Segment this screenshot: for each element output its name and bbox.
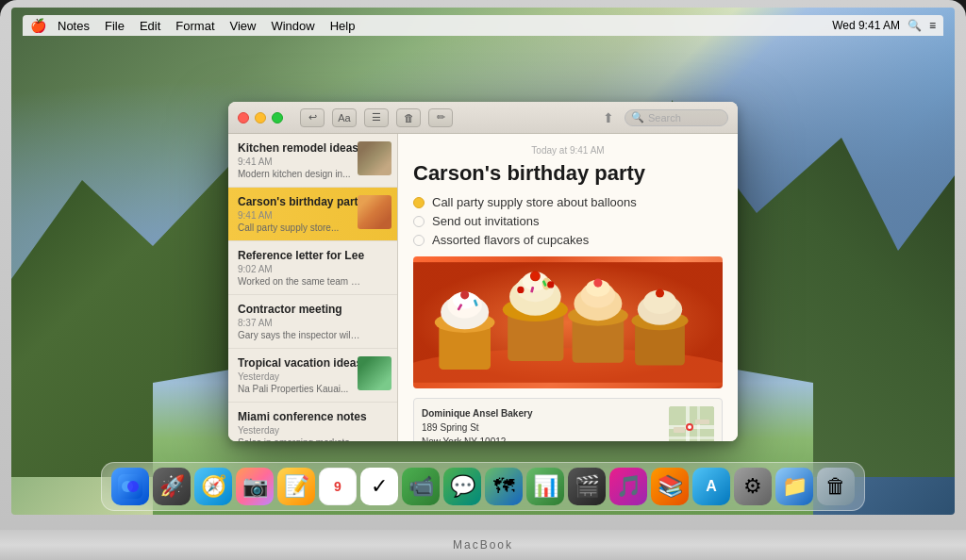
note-title: Carson's birthday party: [413, 161, 723, 186]
list-icon[interactable]: ≡: [929, 19, 936, 32]
svg-point-33: [531, 272, 540, 280]
svg-point-26: [656, 288, 664, 297]
menu-edit[interactable]: Edit: [140, 19, 160, 33]
minimize-button[interactable]: [255, 112, 266, 124]
dock-folder[interactable]: 📁: [775, 468, 813, 505]
menubar-right: Wed 9:41 AM 🔍 ≡: [832, 19, 936, 32]
macbook-brand: MacBook: [0, 530, 966, 560]
maximize-button[interactable]: [272, 112, 283, 124]
dock-imovie[interactable]: 🎬: [568, 468, 606, 505]
svg-rect-36: [669, 436, 714, 439]
note-item-3[interactable]: Contractor meeting 8:37 AM Gary says the…: [228, 295, 397, 349]
note-preview-5: Sales in emerging markets up: [238, 437, 360, 441]
dock-ibooks[interactable]: 📚: [651, 468, 689, 505]
menubar-time: Wed 9:41 AM: [832, 19, 900, 32]
svg-point-21: [593, 279, 602, 288]
menu-format[interactable]: Format: [175, 19, 214, 33]
note-title-2: Reference letter for Lee: [238, 249, 370, 262]
toolbar-icons: ↩ Aa ☰ 🗑 ✏: [300, 108, 453, 127]
menubar: 🍎 Notes File Edit Format View Window Hel…: [23, 15, 943, 36]
note-item-0[interactable]: Kitchen remodel ideas 9:41 AM Modern kit…: [228, 134, 397, 188]
dock-maps[interactable]: 🗺: [485, 468, 523, 505]
menubar-items: Notes File Edit Format View Window Help: [58, 19, 832, 33]
search-placeholder: Search: [648, 112, 681, 124]
dock-safari[interactable]: 🧭: [194, 468, 232, 505]
menu-window[interactable]: Window: [271, 19, 314, 33]
desktop: 🍎 Notes File Edit Format View Window Hel…: [11, 8, 955, 515]
note-preview-1: Call party supply store...: [238, 222, 360, 233]
dock-itunes[interactable]: 🎵: [609, 468, 647, 505]
menu-file[interactable]: File: [105, 19, 125, 33]
menu-view[interactable]: View: [230, 19, 257, 33]
note-item-4[interactable]: Tropical vacation ideas Yesterday Na Pal…: [228, 349, 397, 403]
note-item-5[interactable]: Miami conference notes Yesterday Sales i…: [228, 403, 397, 441]
dock-appstore[interactable]: A: [692, 468, 730, 505]
svg-point-42: [688, 425, 691, 429]
checkbox-1[interactable]: [413, 216, 425, 227]
note-meta-2: 9:02 AM: [238, 264, 388, 274]
search-icon: 🔍: [631, 111, 644, 124]
dock: 🚀 🧭 📷 📝 9 ✓ 📹 💬 🗺 📊 🎬 🎵 📚 A ⚙ 📁 🗑: [101, 462, 865, 511]
list-button[interactable]: ☰: [364, 108, 389, 127]
delete-button[interactable]: 🗑: [396, 108, 421, 127]
dock-launchpad[interactable]: 🚀: [153, 468, 191, 505]
note-title-0: Kitchen remodel ideas: [238, 141, 370, 155]
checkbox-2[interactable]: [413, 235, 425, 246]
note-title-1: Carson's birthday party: [238, 195, 370, 208]
checklist-text-2: Assorted flavors of cupcakes: [432, 233, 589, 247]
checkbox-0[interactable]: [413, 197, 425, 208]
note-item-1[interactable]: Carson's birthday party 9:41 AM Call par…: [228, 188, 397, 241]
menu-help[interactable]: Help: [330, 19, 356, 33]
checklist-item-2[interactable]: Assorted flavors of cupcakes: [413, 233, 723, 247]
dock-trash[interactable]: 🗑: [817, 468, 855, 505]
font-button[interactable]: Aa: [332, 108, 357, 127]
note-thumb-1: [358, 195, 391, 229]
note-preview-0: Modern kitchen design in...: [238, 169, 360, 179]
notes-body: Kitchen remodel ideas 9:41 AM Modern kit…: [228, 134, 738, 441]
undo-button[interactable]: ↩: [300, 108, 325, 127]
compose-button[interactable]: ✏: [428, 108, 453, 127]
note-meta-3: 8:37 AM: [238, 318, 388, 328]
dock-calendar[interactable]: 9: [319, 468, 357, 505]
dock-notes[interactable]: 📝: [277, 468, 315, 505]
map-thumbnail[interactable]: [669, 406, 714, 441]
checklist-item-1[interactable]: Send out invitations: [413, 214, 723, 228]
svg-point-31: [517, 287, 524, 293]
dock-numbers[interactable]: 📊: [526, 468, 564, 505]
share-button[interactable]: ⬆: [598, 107, 619, 128]
dock-finder[interactable]: [111, 468, 149, 505]
dock-messages[interactable]: 💬: [443, 468, 481, 505]
svg-point-32: [547, 281, 554, 288]
menu-notes[interactable]: Notes: [58, 19, 90, 33]
note-timestamp: Today at 9:41 AM: [413, 145, 723, 156]
note-meta-5: Yesterday: [238, 425, 388, 436]
search-box[interactable]: 🔍 Search: [625, 109, 728, 126]
note-content[interactable]: Today at 9:41 AM Carson's birthday party…: [398, 134, 738, 441]
svg-rect-40: [695, 420, 709, 424]
apple-menu[interactable]: 🍎: [30, 18, 46, 33]
close-button[interactable]: [238, 112, 249, 124]
search-menubar-icon[interactable]: 🔍: [908, 19, 922, 32]
notes-sidebar: Kitchen remodel ideas 9:41 AM Modern kit…: [228, 134, 398, 441]
note-preview-2: Worked on the same team for 5 years: [238, 276, 360, 287]
svg-rect-39: [674, 427, 685, 433]
note-thumb-4: [358, 356, 391, 390]
notes-window: ↩ Aa ☰ 🗑 ✏ ⬆ 🔍 Search: [228, 102, 738, 441]
dock-reminders[interactable]: ✓: [360, 468, 398, 505]
dock-photos[interactable]: 📷: [236, 468, 274, 505]
address-street: 189 Spring St: [422, 420, 661, 435]
dock-facetime[interactable]: 📹: [402, 468, 440, 505]
address-city: New York NY 10012: [422, 435, 661, 441]
checklist-item-0[interactable]: Call party supply store about balloons: [413, 195, 723, 209]
note-title-3: Contractor meeting: [238, 303, 370, 316]
note-title-5: Miami conference notes: [238, 410, 370, 423]
title-bar: ↩ Aa ☰ 🗑 ✏ ⬆ 🔍 Search: [228, 102, 738, 134]
dock-sysprefs[interactable]: ⚙: [734, 468, 772, 505]
address-info: Dominique Ansel Bakery 189 Spring St New…: [422, 406, 661, 441]
checklist-text-1: Send out invitations: [432, 214, 539, 228]
note-preview-3: Gary says the inspector will not be abl.…: [238, 330, 360, 340]
svg-point-45: [127, 481, 139, 492]
note-item-2[interactable]: Reference letter for Lee 9:02 AM Worked …: [228, 241, 397, 295]
address-card: Dominique Ansel Bakery 189 Spring St New…: [413, 398, 723, 441]
checklist-text-0: Call party supply store about balloons: [432, 195, 637, 209]
